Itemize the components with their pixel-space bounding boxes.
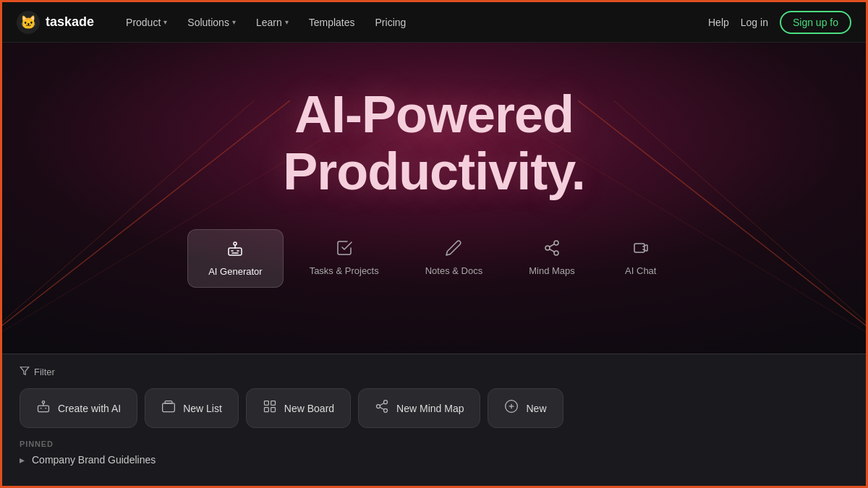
svg-marker-13 <box>20 367 29 375</box>
new-mind-map-icon <box>375 399 389 417</box>
svg-point-15 <box>42 401 44 403</box>
login-link[interactable]: Log in <box>741 17 768 28</box>
mind-maps-icon <box>543 239 561 260</box>
filter-icon <box>20 366 30 378</box>
help-link[interactable]: Help <box>708 17 729 28</box>
nav-links: Product ▾ Solutions ▾ Learn ▾ Templates … <box>117 12 708 33</box>
create-ai-label: Create with AI <box>58 403 121 414</box>
tab-ai-generator[interactable]: AI Generator <box>187 229 283 288</box>
svg-rect-16 <box>163 403 175 412</box>
nav-right: Help Log in Sign up fo <box>708 11 851 34</box>
new-mind-map-label: New Mind Map <box>396 403 464 414</box>
nav-link-templates[interactable]: Templates <box>300 12 364 33</box>
bottom-panel: Filter Create with AI New List <box>2 354 866 488</box>
new-button[interactable]: New <box>488 388 563 428</box>
filter-bar: Filter <box>20 366 848 378</box>
tab-tasks-projects[interactable]: Tasks & Projects <box>289 229 399 288</box>
filter-label: Filter <box>34 367 55 377</box>
nav-link-product[interactable]: Product ▾ <box>117 12 176 33</box>
svg-point-9 <box>545 246 550 250</box>
ai-generator-icon <box>226 240 244 260</box>
nav-link-pricing[interactable]: Pricing <box>367 12 415 33</box>
svg-point-8 <box>554 241 558 245</box>
svg-point-22 <box>377 405 380 408</box>
new-list-icon <box>161 399 176 417</box>
svg-rect-6 <box>229 248 242 255</box>
pinned-item-chevron-icon: ▸ <box>20 454 25 466</box>
svg-line-25 <box>380 403 384 405</box>
svg-point-23 <box>384 408 388 412</box>
svg-line-11 <box>550 249 555 252</box>
logo-icon: 🐱 <box>17 11 40 34</box>
svg-line-24 <box>380 407 384 409</box>
svg-point-10 <box>554 251 558 255</box>
logo-area[interactable]: 🐱 taskade <box>17 11 94 34</box>
ai-chat-icon <box>632 239 650 260</box>
tasks-icon <box>336 239 353 260</box>
navbar: 🐱 taskade Product ▾ Solutions ▾ Learn ▾ … <box>2 2 866 43</box>
new-board-icon <box>263 399 277 417</box>
chevron-down-icon: ▾ <box>163 18 167 26</box>
tab-notes-docs[interactable]: Notes & Docs <box>405 229 503 288</box>
create-ai-icon <box>36 399 51 417</box>
svg-point-7 <box>234 242 237 245</box>
pinned-item[interactable]: ▸ Company Brand Guidelines <box>20 454 848 466</box>
hero-title: AI-Powered Productivity. <box>283 86 585 200</box>
pinned-item-label: Company Brand Guidelines <box>32 454 156 466</box>
new-board-label: New Board <box>284 403 334 414</box>
new-icon <box>504 399 519 417</box>
pinned-label: PINNED <box>20 440 848 448</box>
new-board-button[interactable]: New Board <box>246 388 351 428</box>
new-label: New <box>526 403 546 414</box>
create-ai-button[interactable]: Create with AI <box>20 388 137 428</box>
svg-rect-19 <box>264 408 268 412</box>
nav-link-learn[interactable]: Learn ▾ <box>247 12 297 33</box>
new-list-button[interactable]: New List <box>145 388 239 428</box>
chevron-down-icon: ▾ <box>285 18 289 26</box>
chevron-down-icon: ▾ <box>232 18 236 26</box>
svg-line-12 <box>550 244 555 247</box>
action-buttons: Create with AI New List New Board <box>20 388 848 428</box>
tab-ai-chat[interactable]: AI Chat <box>601 229 681 288</box>
tab-mind-maps[interactable]: Mind Maps <box>509 229 595 288</box>
nav-link-solutions[interactable]: Solutions ▾ <box>179 12 244 33</box>
svg-rect-20 <box>271 408 276 412</box>
svg-rect-18 <box>271 401 276 406</box>
svg-point-21 <box>384 401 388 404</box>
feature-tabs: AI Generator Tasks & Projects Notes & Do… <box>187 229 681 288</box>
new-mind-map-button[interactable]: New Mind Map <box>358 388 480 428</box>
new-list-label: New List <box>183 403 222 414</box>
signup-button[interactable]: Sign up fo <box>780 11 851 34</box>
pinned-section: PINNED ▸ Company Brand Guidelines <box>20 440 848 466</box>
notes-icon <box>445 239 462 260</box>
svg-rect-17 <box>264 401 268 406</box>
hero-section: AI-Powered Productivity. AI Generator <box>2 43 866 354</box>
logo-text: taskade <box>46 14 94 30</box>
svg-rect-14 <box>38 406 49 411</box>
